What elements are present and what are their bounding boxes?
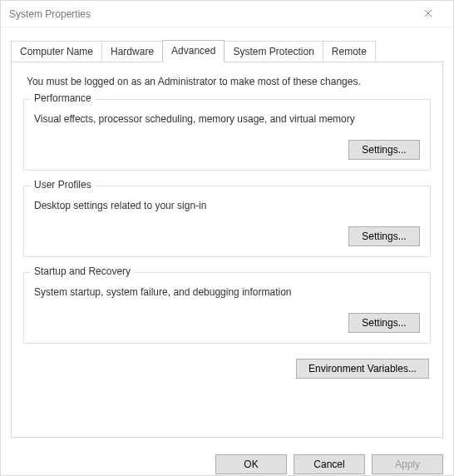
cancel-button[interactable]: Cancel bbox=[294, 454, 365, 474]
admin-note: You must be logged on as an Administrato… bbox=[27, 76, 427, 87]
group-user-profiles-legend: User Profiles bbox=[31, 179, 95, 191]
tab-pane-advanced: You must be logged on as an Administrato… bbox=[11, 62, 443, 438]
window-title: System Properties bbox=[9, 8, 91, 20]
performance-settings-button[interactable]: Settings... bbox=[348, 140, 420, 160]
group-performance-desc: Visual effects, processor scheduling, me… bbox=[34, 113, 420, 125]
tab-strip: Computer Name Hardware Advanced System P… bbox=[11, 39, 443, 62]
startup-recovery-settings-button[interactable]: Settings... bbox=[348, 313, 420, 333]
tab-hardware[interactable]: Hardware bbox=[101, 41, 163, 62]
dialog-footer: OK Cancel Apply bbox=[1, 446, 453, 476]
apply-button[interactable]: Apply bbox=[372, 454, 443, 474]
environment-variables-button[interactable]: Environment Variables... bbox=[296, 359, 429, 379]
tab-remote[interactable]: Remote bbox=[323, 41, 376, 62]
group-performance-legend: Performance bbox=[31, 92, 95, 104]
group-user-profiles-desc: Desktop settings related to your sign-in bbox=[34, 200, 420, 211]
group-user-profiles: User Profiles Desktop settings related t… bbox=[23, 186, 431, 257]
group-startup-recovery-desc: System startup, system failure, and debu… bbox=[34, 286, 420, 298]
user-profiles-settings-button[interactable]: Settings... bbox=[348, 226, 420, 246]
close-icon[interactable] bbox=[412, 8, 445, 20]
group-performance: Performance Visual effects, processor sc… bbox=[23, 99, 431, 171]
tab-computer-name[interactable]: Computer Name bbox=[11, 41, 102, 62]
group-startup-recovery-legend: Startup and Recovery bbox=[31, 265, 134, 277]
tab-advanced[interactable]: Advanced bbox=[162, 40, 225, 62]
group-startup-recovery: Startup and Recovery System startup, sys… bbox=[23, 272, 431, 344]
tab-system-protection[interactable]: System Protection bbox=[224, 41, 323, 62]
titlebar: System Properties bbox=[1, 1, 453, 27]
ok-button[interactable]: OK bbox=[215, 454, 287, 474]
